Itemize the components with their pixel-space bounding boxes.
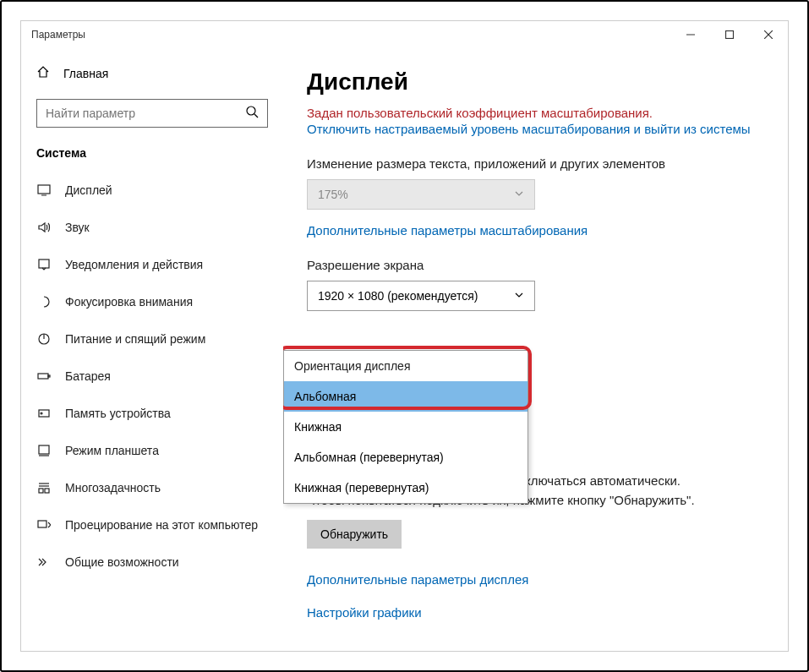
disable-scale-link[interactable]: Отключить настраиваемый уровень масштаби… bbox=[307, 122, 751, 136]
sidebar-item-9[interactable]: Проецирование на этот компьютер bbox=[21, 506, 283, 544]
close-button[interactable] bbox=[749, 21, 788, 48]
main-panel: Дисплей Задан пользовательский коэффицие… bbox=[283, 48, 788, 651]
scale-warning: Задан пользовательский коэффициент масшт… bbox=[307, 106, 764, 120]
focus-icon bbox=[36, 295, 52, 309]
maximize-button[interactable] bbox=[710, 21, 749, 48]
chevron-down-icon bbox=[514, 188, 524, 201]
orientation-option[interactable]: Альбомная bbox=[284, 381, 527, 412]
sidebar-item-0[interactable]: Дисплей bbox=[21, 172, 283, 209]
titlebar: Параметры bbox=[21, 21, 788, 48]
svg-point-4 bbox=[247, 107, 255, 115]
sound-icon bbox=[36, 221, 52, 234]
orientation-label: Ориентация дисплея bbox=[284, 351, 527, 381]
orientation-option[interactable]: Книжная (перевернутая) bbox=[284, 473, 527, 503]
svg-rect-6 bbox=[38, 185, 50, 194]
display-icon bbox=[36, 183, 52, 197]
svg-rect-1 bbox=[726, 31, 734, 39]
power-icon bbox=[36, 332, 52, 346]
sidebar-item-8[interactable]: Многозадачность bbox=[21, 469, 283, 506]
notify-icon bbox=[36, 258, 52, 271]
svg-point-14 bbox=[41, 412, 42, 414]
advanced-scale-link[interactable]: Дополнительные параметры масштабирования bbox=[307, 223, 588, 238]
sidebar-item-7[interactable]: Режим планшета bbox=[21, 432, 283, 469]
resolution-label: Разрешение экрана bbox=[307, 258, 764, 272]
page-title: Дисплей bbox=[307, 68, 764, 96]
svg-rect-20 bbox=[45, 489, 49, 493]
sidebar-item-label: Батарея bbox=[65, 369, 111, 383]
project-icon bbox=[36, 518, 52, 532]
orientation-option[interactable]: Книжная bbox=[284, 412, 527, 442]
svg-rect-12 bbox=[48, 375, 50, 377]
chevron-down-icon bbox=[514, 289, 524, 303]
home-button[interactable]: Главная bbox=[21, 57, 283, 90]
sidebar-item-label: Уведомления и действия bbox=[65, 258, 203, 271]
sidebar-item-label: Питание и спящий режим bbox=[65, 332, 205, 346]
shared-icon bbox=[36, 555, 52, 569]
advanced-display-link[interactable]: Дополнительные параметры дисплея bbox=[307, 572, 528, 587]
sidebar-item-label: Многозадачность bbox=[65, 481, 161, 494]
category-title: Система bbox=[21, 141, 283, 172]
orientation-dropdown[interactable]: Ориентация дисплея АльбомнаяКнижнаяАльбо… bbox=[283, 350, 528, 504]
sidebar-item-label: Память устройства bbox=[65, 407, 171, 420]
home-label: Главная bbox=[63, 67, 108, 80]
sidebar-item-3[interactable]: Фокусировка внимания bbox=[21, 283, 283, 320]
search-input[interactable] bbox=[36, 99, 268, 128]
search-icon bbox=[245, 105, 259, 122]
sidebar-item-5[interactable]: Батарея bbox=[21, 358, 283, 395]
sidebar: Главная Система ДисплейЗвукУведомления и… bbox=[21, 48, 283, 651]
window-title: Параметры bbox=[31, 29, 85, 41]
tablet-icon bbox=[36, 444, 52, 457]
sidebar-item-6[interactable]: Память устройства bbox=[21, 395, 283, 432]
sidebar-item-label: Режим планшета bbox=[65, 444, 159, 457]
sidebar-item-2[interactable]: Уведомления и действия bbox=[21, 246, 283, 283]
battery-icon bbox=[36, 369, 52, 383]
sidebar-item-label: Звук bbox=[65, 221, 90, 234]
svg-rect-15 bbox=[39, 445, 49, 454]
sidebar-item-label: Общие возможности bbox=[65, 555, 179, 569]
svg-rect-21 bbox=[38, 521, 46, 527]
minimize-button[interactable] bbox=[671, 21, 710, 48]
sidebar-item-label: Фокусировка внимания bbox=[65, 295, 193, 309]
resolution-dropdown[interactable]: 1920 × 1080 (рекомендуется) bbox=[307, 281, 535, 311]
orientation-option[interactable]: Альбомная (перевернутая) bbox=[284, 442, 527, 473]
sidebar-item-4[interactable]: Питание и спящий режим bbox=[21, 320, 283, 358]
sidebar-item-1[interactable]: Звук bbox=[21, 209, 283, 246]
home-icon bbox=[36, 65, 50, 82]
svg-line-5 bbox=[254, 114, 258, 117]
graphics-settings-link[interactable]: Настройки графики bbox=[307, 605, 422, 620]
detect-button[interactable]: Обнаружить bbox=[307, 520, 402, 549]
scale-label: Изменение размера текста, приложений и д… bbox=[307, 156, 764, 171]
svg-rect-8 bbox=[39, 260, 49, 268]
svg-rect-11 bbox=[38, 374, 48, 379]
svg-rect-19 bbox=[39, 489, 43, 493]
sidebar-item-10[interactable]: Общие возможности bbox=[21, 544, 283, 581]
sidebar-item-label: Дисплей bbox=[65, 183, 112, 197]
multitask-icon bbox=[36, 481, 52, 494]
scale-dropdown[interactable]: 175% bbox=[307, 179, 535, 210]
storage-icon bbox=[36, 407, 52, 420]
sidebar-item-label: Проецирование на этот компьютер bbox=[65, 518, 258, 532]
